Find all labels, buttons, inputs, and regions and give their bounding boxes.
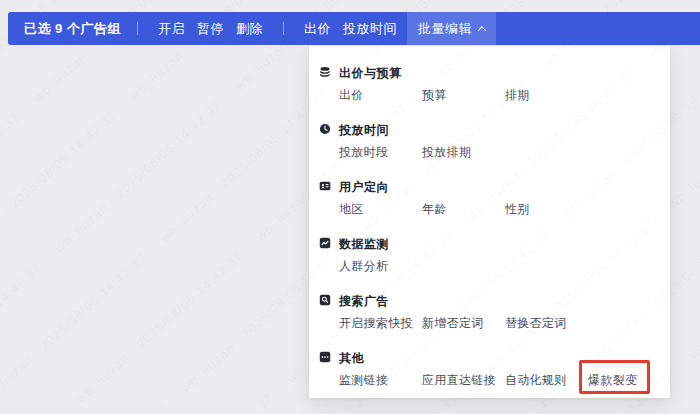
bid-button[interactable]: 出价 bbox=[304, 20, 331, 38]
menu-item[interactable]: 应用直达链接 bbox=[422, 372, 505, 388]
menu-item[interactable]: 爆款裂变 bbox=[588, 372, 671, 388]
menu-item[interactable]: 地区 bbox=[339, 201, 422, 217]
menu-section: 其他 监测链接应用直达链接自动化规则爆款裂变 bbox=[309, 350, 670, 388]
menu-item[interactable]: 排期 bbox=[505, 87, 588, 103]
menu-item[interactable]: 开启搜索快投 bbox=[339, 315, 422, 331]
menu-section-items: 人群分析 bbox=[339, 258, 670, 274]
delivery-time-button[interactable]: 投放时间 bbox=[343, 20, 397, 38]
menu-section: 用户定向 地区年龄性别 bbox=[309, 179, 670, 217]
menu-section: 搜索广告 开启搜索快投新增否定词替换否定词 bbox=[309, 293, 670, 331]
selection-count-label: 已选 9 个广告组 bbox=[24, 20, 121, 38]
batch-edit-dropdown: 出价与预算 出价预算排期 投放时间 投放时段投放排期 用户定向 地区年龄性别 数… bbox=[309, 46, 670, 398]
chevron-up-icon bbox=[478, 26, 486, 34]
menu-item[interactable]: 预算 bbox=[422, 87, 505, 103]
menu-section-items: 出价预算排期 bbox=[339, 87, 670, 103]
menu-section-title: 出价与预算 bbox=[339, 65, 670, 81]
toolbar-group-edit: 出价投放时间 bbox=[298, 20, 403, 38]
screen: 已选 9 个广告组 开启暂停删除 出价投放时间 批量编辑 出价与预算 出价预算排… bbox=[0, 0, 700, 414]
menu-section-title: 其他 bbox=[339, 350, 670, 366]
menu-section-title: 投放时间 bbox=[339, 122, 670, 138]
menu-item[interactable]: 新增否定词 bbox=[422, 315, 505, 331]
more-icon bbox=[319, 351, 331, 363]
menu-item[interactable]: 替换否定词 bbox=[505, 315, 588, 331]
menu-item[interactable]: 性别 bbox=[505, 201, 588, 217]
delete-button[interactable]: 删除 bbox=[236, 20, 263, 38]
menu-item[interactable]: 投放排期 bbox=[422, 144, 505, 160]
monitor-icon bbox=[319, 237, 331, 249]
menu-item[interactable]: 自动化规则 bbox=[505, 372, 588, 388]
menu-section: 数据监测 人群分析 bbox=[309, 236, 670, 274]
menu-section-title: 数据监测 bbox=[339, 236, 670, 252]
menu-section-title: 用户定向 bbox=[339, 179, 670, 195]
search-ad-icon bbox=[319, 294, 331, 306]
menu-section: 投放时间 投放时段投放排期 bbox=[309, 122, 670, 160]
menu-section-items: 投放时段投放排期 bbox=[339, 144, 670, 160]
menu-section: 出价与预算 出价预算排期 bbox=[309, 65, 670, 103]
coins-icon bbox=[319, 66, 331, 78]
enable-button[interactable]: 开启 bbox=[158, 20, 185, 38]
batch-edit-button[interactable]: 批量编辑 bbox=[407, 12, 496, 45]
highlight-annotation-box: 爆款裂变 bbox=[588, 372, 637, 388]
menu-item[interactable]: 出价 bbox=[339, 87, 422, 103]
menu-section-items: 地区年龄性别 bbox=[339, 201, 670, 217]
toolbar-divider bbox=[283, 22, 284, 35]
id-card-icon bbox=[319, 180, 331, 192]
menu-item[interactable]: 投放时段 bbox=[339, 144, 422, 160]
menu-item[interactable]: 年龄 bbox=[422, 201, 505, 217]
pause-button[interactable]: 暂停 bbox=[197, 20, 224, 38]
menu-section-items: 开启搜索快投新增否定词替换否定词 bbox=[339, 315, 670, 331]
menu-section-title: 搜索广告 bbox=[339, 293, 670, 309]
toolbar-divider bbox=[137, 22, 138, 35]
clock-icon bbox=[319, 123, 331, 135]
menu-item[interactable]: 人群分析 bbox=[339, 258, 422, 274]
bulk-action-toolbar: 已选 9 个广告组 开启暂停删除 出价投放时间 批量编辑 bbox=[8, 12, 700, 45]
batch-edit-label: 批量编辑 bbox=[418, 20, 472, 38]
menu-item[interactable]: 监测链接 bbox=[339, 372, 422, 388]
menu-section-items: 监测链接应用直达链接自动化规则爆款裂变 bbox=[339, 372, 670, 388]
toolbar-group-state: 开启暂停删除 bbox=[152, 20, 269, 38]
